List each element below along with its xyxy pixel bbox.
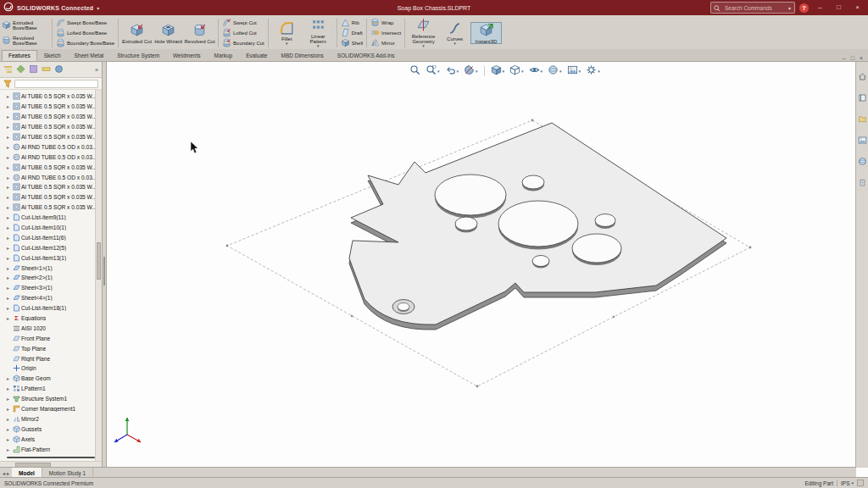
- menu-chevron-icon[interactable]: ▾: [97, 5, 99, 11]
- expand-arrow-icon[interactable]: ▸: [7, 385, 13, 391]
- tree-item-sheet-3-1[interactable]: ▸Sheet<3>(1): [0, 283, 102, 293]
- expand-arrow-icon[interactable]: ▸: [7, 214, 13, 220]
- instant3d-button[interactable]: Instant3D: [470, 22, 502, 44]
- expand-arrow-icon[interactable]: ▸: [7, 103, 13, 109]
- shell-button[interactable]: Shell: [340, 38, 364, 48]
- tab-mbd-dimensions[interactable]: MBD Dimensions: [274, 50, 330, 61]
- expand-arrow-icon[interactable]: ▸: [7, 235, 13, 241]
- tree-item-axels[interactable]: ▸Axels: [0, 434, 102, 444]
- custom-properties-icon[interactable]: [858, 175, 867, 191]
- file-explorer-icon[interactable]: [858, 112, 867, 127]
- view-settings-button[interactable]: ▾: [585, 63, 601, 80]
- tab-weldments[interactable]: Weldments: [166, 50, 207, 61]
- maximize-button[interactable]: □: [832, 0, 846, 15]
- expand-arrow-icon[interactable]: ▸: [7, 274, 13, 280]
- appearances-scenes-icon[interactable]: [858, 154, 867, 169]
- tree-item-base-geom[interactable]: ▸Base Geom: [0, 374, 102, 384]
- status-options-icon[interactable]: [857, 480, 864, 487]
- zoom-fit-button[interactable]: [409, 63, 421, 80]
- tree-item-al-tube-0-5-sqr-x-0-035-w[interactable]: ▸Al TUBE 0.5 SQR x 0.035 W...: [0, 182, 102, 192]
- expand-arrow-icon[interactable]: ▸: [7, 194, 13, 200]
- tree-vertical-scrollbar[interactable]: [95, 90, 102, 461]
- displaymanager-tab-icon[interactable]: [54, 62, 64, 77]
- tab-sheet-metal[interactable]: Sheet Metal: [68, 50, 111, 61]
- help-icon[interactable]: ?: [799, 3, 809, 13]
- tree-item-sheet-4-1[interactable]: ▸Sheet<4>(1): [0, 293, 102, 303]
- view-orientation-button[interactable]: ▾: [490, 63, 506, 80]
- tree-item-equations[interactable]: ▸ΣEquations: [0, 313, 102, 324]
- search-input[interactable]: [723, 4, 786, 12]
- tree-filter-input[interactable]: [14, 80, 98, 88]
- graphics-viewport[interactable]: ▾▾▾▾▾▾▾▾▾: [107, 62, 856, 468]
- doc-minimize-icon[interactable]: –: [843, 55, 846, 61]
- reference-geometry-button[interactable]: Reference Geometry▾: [408, 17, 439, 48]
- mirror-button[interactable]: Mirror: [370, 38, 396, 48]
- task-pane-home-icon[interactable]: [858, 69, 867, 85]
- expand-arrow-icon[interactable]: ▸: [7, 154, 13, 160]
- tree-item-al-tube-0-5-sqr-x-0-035-w[interactable]: ▸Al TUBE 0.5 SQR x 0.035 W...: [0, 92, 102, 102]
- curves-button[interactable]: Curves▾: [439, 20, 470, 47]
- display-style-button[interactable]: ▾: [509, 63, 525, 80]
- expand-arrow-icon[interactable]: ▸: [7, 406, 13, 412]
- expand-arrow-icon[interactable]: ▸: [7, 225, 13, 230]
- boundary-boss-base-button[interactable]: Boundary Boss/Base: [55, 38, 115, 48]
- tree-item-cut-list-item12-5[interactable]: ▸Cut-List-Item12(5): [0, 242, 102, 252]
- tab-evaluate[interactable]: Evaluate: [239, 50, 274, 61]
- view-palette-icon[interactable]: [858, 133, 867, 148]
- tree-item-flat-pattern[interactable]: ▸Flat-Pattern: [0, 444, 102, 454]
- tree-item-al-tube-0-5-sqr-x-0-035-w[interactable]: ▸Al TUBE 0.5 SQR x 0.035 W...: [0, 102, 102, 112]
- lofted-boss-base-button[interactable]: Lofted Boss/Base: [55, 28, 108, 38]
- expand-arrow-icon[interactable]: ▸: [7, 436, 13, 442]
- tree-item-cut-list-item13-1[interactable]: ▸Cut-List-Item13(1): [0, 252, 102, 263]
- swept-boss-base-button[interactable]: Swept Boss/Base: [55, 18, 108, 28]
- extruded-boss-base-button[interactable]: Extruded Boss/Base: [2, 18, 49, 33]
- tab-structure-system[interactable]: Structure System: [110, 50, 166, 61]
- expand-arrow-icon[interactable]: ▸: [7, 265, 13, 271]
- tree-item-cut-list-item18-1[interactable]: ▸Cut-List-Item18(1): [0, 303, 102, 313]
- boundary-cut-button[interactable]: Boundary Cut: [221, 38, 265, 48]
- fillet-button[interactable]: Fillet▾: [271, 20, 303, 47]
- tree-item-structure-system1[interactable]: ▸Structure System1: [0, 394, 102, 404]
- revolved-cut-button[interactable]: Revolved Cut: [184, 22, 215, 44]
- tab-markup[interactable]: Markup: [207, 50, 239, 61]
- search-caret-icon[interactable]: ▾: [788, 5, 791, 11]
- previous-view-button[interactable]: ▾: [444, 63, 460, 80]
- tree-item-aisi-1020[interactable]: AISI 1020: [0, 323, 102, 333]
- edit-appearance-button[interactable]: ▾: [547, 63, 563, 80]
- tree-item-cut-list-item11-6[interactable]: ▸Cut-List-Item11(6): [0, 232, 102, 242]
- tree-item-sheet-1-1[interactable]: ▸Sheet<1>(1): [0, 263, 102, 273]
- tab-sketch[interactable]: Sketch: [37, 50, 68, 61]
- expand-arrow-icon[interactable]: ▸: [7, 416, 13, 422]
- wrap-button[interactable]: Wrap: [370, 18, 394, 28]
- linear-pattern-button[interactable]: Linear Pattern▾: [303, 17, 334, 48]
- configurationmanager-tab-icon[interactable]: [29, 62, 38, 77]
- filter-funnel-icon[interactable]: [3, 76, 12, 92]
- tab-solidworks-add-ins[interactable]: SOLIDWORKS Add-Ins: [331, 50, 402, 61]
- section-view-button[interactable]: ▾: [463, 63, 479, 80]
- tree-item-mirror2[interactable]: ▸Mirror2: [0, 414, 102, 424]
- doc-restore-icon[interactable]: □: [851, 55, 854, 61]
- expand-arrow-icon[interactable]: ▸: [7, 124, 13, 130]
- design-library-icon[interactable]: [858, 91, 867, 106]
- zoom-area-button[interactable]: ▾: [425, 63, 441, 80]
- rib-button[interactable]: Rib: [340, 18, 360, 28]
- expand-arrow-icon[interactable]: ▸: [7, 93, 13, 99]
- tree-vscroll-thumb[interactable]: [97, 242, 101, 280]
- dimxpertmanager-tab-icon[interactable]: [42, 62, 51, 77]
- manager-overflow-chevron[interactable]: »: [95, 67, 98, 73]
- tree-item-corner-management1[interactable]: ▸Corner Management1: [0, 404, 102, 414]
- expand-arrow-icon[interactable]: ▸: [7, 305, 13, 311]
- tree-item-gussets[interactable]: ▸Gussets: [0, 424, 102, 434]
- revolved-boss-base-button[interactable]: Revolved Boss/Base: [2, 33, 49, 48]
- apply-scene-button[interactable]: ▾: [566, 63, 582, 80]
- featuremanager-tab-icon[interactable]: [3, 62, 13, 77]
- extruded-cut-button[interactable]: Extruded Cut: [121, 22, 153, 44]
- hole-wizard-button[interactable]: Hole Wizard: [153, 22, 184, 44]
- close-button[interactable]: ×: [850, 0, 865, 15]
- expand-arrow-icon[interactable]: ▸: [7, 184, 13, 190]
- tree-item-al-rnd-tube-0-5-od-x-0-03[interactable]: ▸Al RND TUBE 0.5 OD x 0.03...: [0, 172, 102, 182]
- hide-show-items-button[interactable]: ▾: [528, 63, 544, 80]
- tree-item-al-tube-0-5-sqr-x-0-035-w[interactable]: ▸Al TUBE 0.5 SQR x 0.035 W...: [0, 132, 102, 142]
- expand-arrow-icon[interactable]: ▸: [7, 426, 13, 432]
- expand-arrow-icon[interactable]: ▸: [7, 375, 13, 381]
